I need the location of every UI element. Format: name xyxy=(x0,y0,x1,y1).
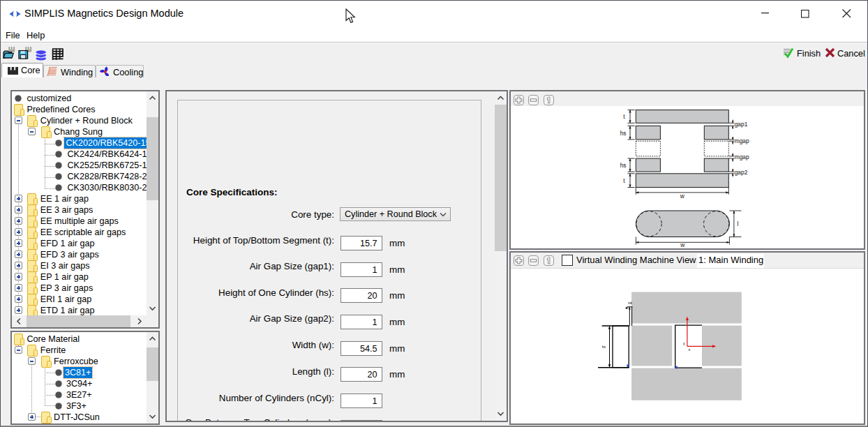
svg-text:w: w xyxy=(680,241,685,248)
svg-text:hs: hs xyxy=(620,130,627,137)
svg-text:t: t xyxy=(623,177,625,184)
svg-text:w: w xyxy=(680,193,685,200)
svg-text:t: t xyxy=(623,113,625,120)
svg-text:x: x xyxy=(689,347,691,352)
svg-text:gap1: gap1 xyxy=(735,121,748,128)
svg-text:hs: hs xyxy=(602,345,606,349)
svg-text:gap2: gap2 xyxy=(735,169,748,176)
svg-text:l: l xyxy=(738,220,739,227)
svg-text:y: y xyxy=(683,341,685,345)
svg-text:mgap: mgap xyxy=(735,137,749,144)
svg-text:mk: mk xyxy=(628,301,633,305)
svg-text:mgap: mgap xyxy=(735,153,749,160)
svg-text:hs: hs xyxy=(620,162,627,169)
